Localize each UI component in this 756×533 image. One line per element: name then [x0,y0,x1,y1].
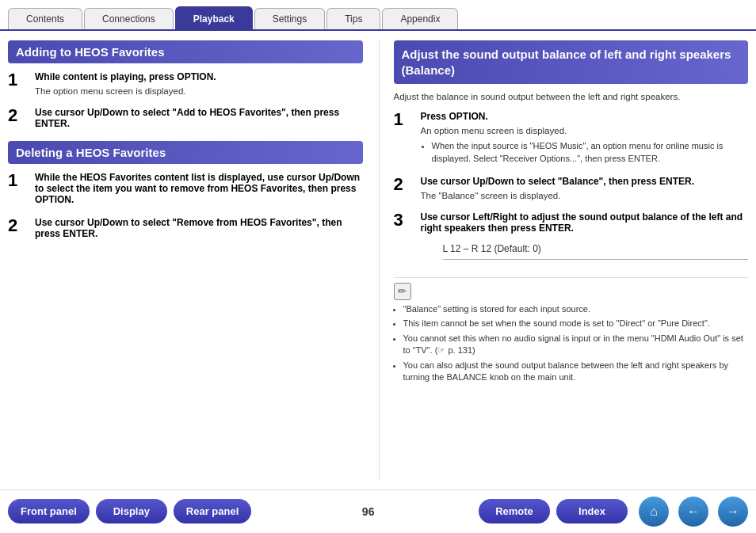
tab-settings[interactable]: Settings [254,8,325,29]
top-navigation: Contents Connections Playback Settings T… [0,0,756,31]
notes-section: ✏ "Balance" setting is stored for each i… [394,277,749,390]
balance-range-label: L 12 – R 12 [443,243,492,254]
step-1-add-bold: While content is playing, press OPTION. [35,71,363,82]
balance-default: (Default: 0) [494,243,540,254]
step-1-balance-bold: Press OPTION. [421,111,749,122]
display-button[interactable]: Display [96,499,167,523]
step-number-2: 2 [8,107,30,124]
back-icon: ← [687,504,700,519]
tab-appendix[interactable]: Appendix [382,8,458,29]
right-column: Adjust the sound output balance of left … [379,40,749,480]
step-1-balance: 1 Press OPTION. An option menu screen is… [394,111,749,166]
page-number: 96 [267,505,469,518]
step-1-add-content: While content is playing, press OPTION. … [35,71,363,97]
step-2-add: 2 Use cursor Up/Down to select "Add to H… [8,107,363,131]
step-2-balance-bold: Use cursor Up/Down to select "Balance", … [421,176,749,187]
balance-range-box: L 12 – R 12 (Default: 0) [443,238,749,260]
step-1-bullet: When the input source is "HEOS Music", a… [432,140,749,165]
left-column: Adding to HEOS Favorites 1 While content… [8,40,363,480]
step-3-balance-bold: Use cursor Left/Right to adjust the soun… [421,211,749,234]
section-deleting-header: Deleting a HEOS Favorites [8,141,363,164]
step-2-del-bold: Use cursor Up/Down to select "Remove fro… [35,217,363,239]
back-button[interactable]: ← [678,497,708,527]
note-2: This item cannot be set when the sound m… [403,318,749,329]
section-balance-header: Adjust the sound output balance of left … [394,40,749,84]
rear-panel-button[interactable]: Rear panel [174,499,251,523]
note-4: You can also adjust the sound output bal… [403,360,749,384]
step-number-b2: 2 [394,176,416,193]
step-3-balance-content: Use cursor Left/Right to adjust the soun… [421,211,749,268]
note-3: You cannot set this when no audio signal… [403,333,749,357]
front-panel-button[interactable]: Front panel [8,499,90,523]
home-icon: ⌂ [650,504,658,519]
step-1-add: 1 While content is playing, press OPTION… [8,71,363,97]
bottom-navigation: Front panel Display Rear panel 96 Remote… [0,489,756,532]
step-2-balance-content: Use cursor Up/Down to select "Balance", … [421,176,749,202]
index-button[interactable]: Index [556,499,628,523]
remote-button[interactable]: Remote [479,499,550,523]
forward-icon: → [727,504,739,519]
balance-description: Adjust the balance in sound output betwe… [394,90,749,103]
forward-button[interactable]: → [718,497,748,527]
step-2-balance: 2 Use cursor Up/Down to select "Balance"… [394,176,749,202]
step-number-del-1: 1 [8,172,30,189]
step-2-add-content: Use cursor Up/Down to select "Add to HEO… [35,107,363,131]
step-number-b3: 3 [394,211,416,229]
tab-tips[interactable]: Tips [326,8,380,29]
tab-contents[interactable]: Contents [8,8,82,29]
step-2-del-content: Use cursor Up/Down to select "Remove fro… [35,217,363,242]
tab-playback[interactable]: Playback [175,6,253,29]
step-2-balance-normal: The "Balance" screen is displayed. [421,191,561,200]
step-1-del-bold: While the HEOS Favorites content list is… [35,172,363,205]
step-1-balance-normal: An option menu screen is displayed. [421,126,567,135]
step-number-del-2: 2 [8,217,30,234]
step-2-add-bold: Use cursor Up/Down to select "Add to HEO… [35,107,363,129]
step-number-b1: 1 [394,111,416,128]
step-1-del-content: While the HEOS Favorites content list is… [35,172,363,207]
note-1: "Balance" setting is stored for each inp… [403,303,749,315]
tab-connections[interactable]: Connections [84,8,174,29]
step-1-balance-content: Press OPTION. An option menu screen is d… [421,111,749,166]
step-3-balance: 3 Use cursor Left/Right to adjust the so… [394,211,749,268]
main-content: Adding to HEOS Favorites 1 While content… [0,31,756,489]
nav-icons: ⌂ ← → [634,497,748,527]
step-1-del: 1 While the HEOS Favorites content list … [8,172,363,207]
note-icon: ✏ [394,283,411,300]
step-2-del: 2 Use cursor Up/Down to select "Remove f… [8,217,363,242]
home-button[interactable]: ⌂ [639,497,669,527]
section-adding-header: Adding to HEOS Favorites [8,40,363,63]
step-number-1: 1 [8,71,30,89]
step-1-add-normal: The option menu screen is displayed. [35,86,186,96]
